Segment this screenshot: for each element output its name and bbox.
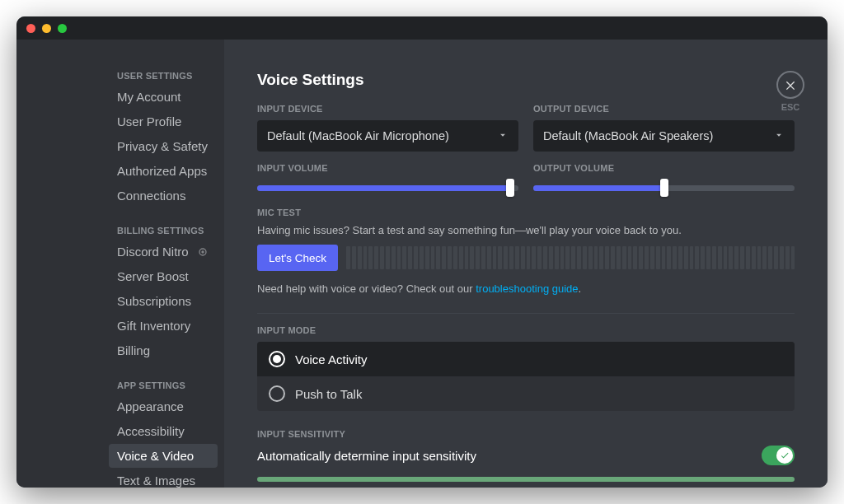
sidebar-item-gift-inventory[interactable]: Gift Inventory bbox=[109, 314, 218, 338]
input-mode-option-voice-activity[interactable]: Voice Activity bbox=[257, 342, 795, 376]
sidebar-item-label: My Account bbox=[117, 90, 181, 104]
input-volume-label: INPUT VOLUME bbox=[257, 163, 518, 173]
sidebar-item-label: Voice & Video bbox=[117, 449, 194, 463]
sidebar-item-label: Subscriptions bbox=[117, 294, 191, 308]
radio-icon bbox=[269, 385, 285, 402]
sidebar-item-label: User Profile bbox=[117, 114, 181, 128]
nitro-badge-icon bbox=[196, 245, 209, 259]
sidebar-item-label: Gift Inventory bbox=[117, 319, 190, 333]
sidebar-section-billing: BILLING SETTINGS bbox=[109, 221, 218, 239]
close-button[interactable] bbox=[776, 71, 804, 99]
chevron-down-icon bbox=[497, 129, 509, 143]
sidebar-item-server-boost[interactable]: Server Boost bbox=[109, 264, 218, 288]
sidebar-item-subscriptions[interactable]: Subscriptions bbox=[109, 289, 218, 313]
sidebar-item-authorized-apps[interactable]: Authorized Apps bbox=[109, 159, 218, 183]
sidebar-item-privacy-safety[interactable]: Privacy & Safety bbox=[109, 134, 218, 158]
traffic-maximize[interactable] bbox=[58, 24, 67, 33]
chevron-down-icon bbox=[773, 129, 785, 143]
sidebar-item-text-images[interactable]: Text & Images bbox=[109, 469, 218, 488]
titlebar bbox=[16, 16, 828, 40]
svg-point-1 bbox=[201, 250, 204, 253]
sidebar-item-user-profile[interactable]: User Profile bbox=[109, 110, 218, 133]
output-device-value: Default (MacBook Air Speakers) bbox=[543, 129, 713, 142]
input-mode-group: Voice ActivityPush to Talk bbox=[257, 342, 795, 411]
radio-label: Push to Talk bbox=[295, 387, 362, 401]
input-device-value: Default (MacBook Air Microphone) bbox=[267, 129, 449, 142]
sidebar-item-billing[interactable]: Billing bbox=[109, 338, 218, 362]
input-device-select[interactable]: Default (MacBook Air Microphone) bbox=[257, 120, 518, 152]
mic-level-meter bbox=[346, 246, 795, 269]
input-volume-slider[interactable] bbox=[257, 180, 518, 196]
sidebar-section-app: APP SETTINGS bbox=[109, 376, 218, 394]
troubleshooting-link[interactable]: troubleshooting guide bbox=[476, 282, 578, 295]
sidebar-item-appearance[interactable]: Appearance bbox=[109, 394, 218, 418]
settings-sidebar: USER SETTINGS My AccountUser ProfilePriv… bbox=[16, 40, 224, 488]
traffic-minimize[interactable] bbox=[42, 24, 51, 33]
output-device-label: OUTPUT DEVICE bbox=[533, 104, 795, 114]
radio-label: Voice Activity bbox=[295, 352, 368, 366]
output-volume-slider[interactable] bbox=[533, 180, 795, 196]
check-icon bbox=[780, 450, 790, 460]
sidebar-item-label: Authorized Apps bbox=[117, 164, 207, 178]
radio-icon bbox=[269, 351, 285, 367]
sidebar-item-label: Discord Nitro bbox=[117, 245, 189, 259]
sidebar-item-connections[interactable]: Connections bbox=[109, 184, 218, 208]
toggle-knob bbox=[776, 447, 793, 464]
close-label: ESC bbox=[776, 102, 804, 112]
output-volume-label: OUTPUT VOLUME bbox=[533, 163, 795, 173]
mic-test-desc: Having mic issues? Start a test and say … bbox=[257, 224, 795, 236]
sidebar-item-accessibility[interactable]: Accessibility bbox=[109, 419, 218, 443]
sidebar-section-user: USER SETTINGS bbox=[109, 66, 218, 84]
divider bbox=[257, 313, 795, 314]
sidebar-item-label: Appearance bbox=[117, 399, 184, 413]
page-title: Voice Settings bbox=[257, 71, 795, 89]
sidebar-item-label: Text & Images bbox=[117, 474, 195, 488]
voice-help-text: Need help with voice or video? Check out… bbox=[257, 282, 795, 295]
mic-test-label: MIC TEST bbox=[257, 208, 795, 217]
sensitivity-meter bbox=[257, 477, 795, 482]
mic-test-button[interactable]: Let's Check bbox=[257, 245, 338, 271]
app-window: USER SETTINGS My AccountUser ProfilePriv… bbox=[16, 16, 828, 488]
input-mode-option-push-to-talk[interactable]: Push to Talk bbox=[257, 376, 795, 411]
auto-sensitivity-label: Automatically determine input sensitivit… bbox=[257, 449, 476, 463]
sidebar-item-voice-video[interactable]: Voice & Video bbox=[109, 444, 218, 468]
input-device-label: INPUT DEVICE bbox=[257, 104, 518, 114]
sidebar-item-discord-nitro[interactable]: Discord Nitro bbox=[109, 240, 218, 264]
sidebar-item-label: Accessibility bbox=[117, 424, 185, 438]
sidebar-item-label: Privacy & Safety bbox=[117, 139, 208, 153]
input-mode-label: INPUT MODE bbox=[257, 325, 795, 335]
sidebar-item-label: Connections bbox=[117, 189, 185, 203]
sidebar-item-label: Billing bbox=[117, 343, 150, 357]
input-sensitivity-label: INPUT SENSITIVITY bbox=[257, 429, 795, 439]
close-icon bbox=[784, 78, 797, 91]
auto-sensitivity-toggle[interactable] bbox=[762, 446, 795, 465]
sidebar-item-my-account[interactable]: My Account bbox=[109, 85, 218, 109]
settings-content: ESC Voice Settings INPUT DEVICE Default … bbox=[224, 40, 828, 488]
sidebar-item-label: Server Boost bbox=[117, 269, 189, 283]
output-device-select[interactable]: Default (MacBook Air Speakers) bbox=[533, 120, 795, 152]
traffic-close[interactable] bbox=[26, 24, 35, 33]
